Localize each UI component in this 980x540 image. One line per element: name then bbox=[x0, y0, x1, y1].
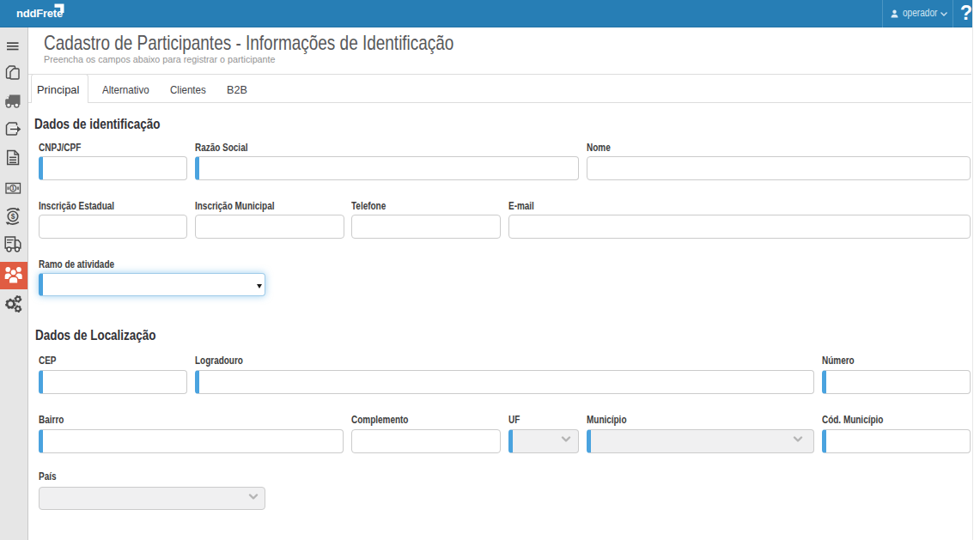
svg-text:1: 1 bbox=[12, 185, 15, 191]
svg-text:$: $ bbox=[11, 212, 15, 221]
